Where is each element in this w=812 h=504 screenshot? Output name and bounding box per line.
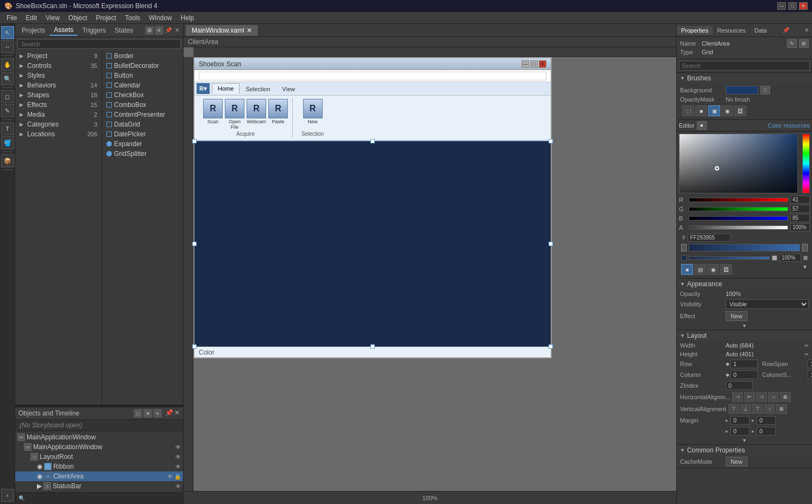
width-resize-icon[interactable]: ⇔	[804, 343, 809, 348]
ribbon-btn-new[interactable]: R New	[303, 99, 323, 124]
menu-view[interactable]: View	[41, 13, 64, 23]
name-edit-btn[interactable]: ✎	[787, 39, 797, 48]
asset-datepicker[interactable]: DatePicker	[102, 129, 183, 139]
brush-type-radial[interactable]: ◉	[721, 105, 733, 116]
background-swatch[interactable]	[726, 86, 758, 94]
tab-assets[interactable]: Assets	[49, 25, 78, 36]
brush-type-image[interactable]: 🖼	[734, 105, 746, 116]
tool-select[interactable]: ↖	[1, 26, 14, 39]
hex-input[interactable]	[688, 234, 731, 242]
tool-fill[interactable]: 🪣	[1, 136, 14, 149]
gradient-bar[interactable]	[689, 244, 800, 251]
canvas-body[interactable]	[194, 141, 551, 346]
right-search-input[interactable]	[679, 61, 810, 71]
column-arrow[interactable]: ◆	[726, 372, 729, 377]
layout-expand-btn[interactable]: ▼	[742, 438, 747, 443]
close-button[interactable]: ✕	[799, 2, 808, 10]
tab-triggers[interactable]: Triggers	[78, 26, 110, 35]
lock-icon-client-area[interactable]: 🔒	[174, 474, 181, 480]
right-tab-properties[interactable]: Properties	[677, 26, 713, 35]
opacity-color-stop-r[interactable]	[772, 255, 777, 261]
h-align-stretch[interactable]: ↔	[768, 392, 779, 402]
channel-a-bar[interactable]	[689, 225, 788, 230]
maximize-button[interactable]: □	[788, 2, 797, 10]
sel-handle-tl[interactable]	[192, 139, 197, 143]
storyboard-new-btn[interactable]: □	[134, 409, 142, 418]
tab-states[interactable]: States	[110, 26, 137, 35]
h-align-left[interactable]: ⊣	[732, 392, 743, 402]
margin-bottom-input[interactable]	[757, 427, 776, 436]
doc-tab-mainwindow[interactable]: MainWindow.xaml ✕	[186, 25, 258, 36]
category-project[interactable]: ▶ Project 9	[15, 51, 102, 61]
ribbon-tab-view[interactable]: View	[276, 84, 301, 94]
asset-border[interactable]: Border	[102, 51, 183, 61]
tool-expand-panel[interactable]: ›	[1, 489, 14, 502]
name-scope-btn[interactable]: ⊞	[799, 39, 809, 48]
image-brush-btn[interactable]: 🖼	[720, 264, 732, 275]
eye-icon-client-area[interactable]: 👁	[167, 474, 173, 480]
ribbon-btn-paste[interactable]: R Paste	[268, 99, 288, 130]
opacity-pct-input[interactable]	[779, 254, 801, 262]
sel-handle-ml[interactable]	[192, 242, 197, 246]
sel-handle-bc[interactable]	[370, 344, 375, 349]
gradient-stop-left[interactable]	[681, 244, 687, 251]
row-input[interactable]	[731, 360, 758, 368]
canvas-restore-btn[interactable]: □	[530, 60, 538, 68]
sel-handle-tr[interactable]	[549, 139, 553, 143]
tool-asset[interactable]: 📦	[1, 154, 14, 167]
ribbon-tab-selection[interactable]: Selection	[240, 84, 276, 94]
expand-editor-btn[interactable]: ▼	[802, 264, 808, 275]
minimize-button[interactable]: —	[777, 2, 786, 10]
sel-handle-tc[interactable]	[370, 139, 375, 143]
color-spectrum[interactable]	[802, 134, 810, 193]
appearance-section-header[interactable]: ▼ Appearance	[677, 279, 812, 289]
brush-type-gradient[interactable]: ▣	[708, 105, 720, 116]
right-tab-data[interactable]: Data	[750, 26, 771, 35]
linear-grad-btn[interactable]: ▤	[694, 264, 706, 275]
eye-icon-statusbar[interactable]: 👁	[175, 483, 181, 489]
margin-top-input[interactable]	[731, 427, 750, 436]
asset-button[interactable]: Button	[102, 71, 183, 80]
editor-options-btn[interactable]: ■	[697, 121, 707, 130]
close-panel-btn[interactable]: ✕	[173, 27, 181, 34]
obj-ribbon[interactable]: ◉ R Ribbon 👁	[15, 462, 183, 471]
ribbon-btn-openfile[interactable]: R OpenFile	[225, 99, 244, 130]
ribbon-r-btn[interactable]: R▾	[197, 83, 210, 94]
tab-projects[interactable]: Projects	[17, 26, 49, 35]
right-panel-pin[interactable]: 📌	[779, 27, 792, 33]
zindex-input[interactable]	[726, 381, 753, 390]
eye-icon-3[interactable]: 👁	[175, 454, 181, 460]
solid-brush-btn[interactable]: ■	[681, 264, 693, 275]
pin-objects-btn[interactable]: 📌	[165, 409, 173, 418]
menu-window[interactable]: Window	[144, 13, 177, 23]
asset-gridsplitter[interactable]: GridSplitter	[102, 149, 183, 159]
list-view-btn[interactable]: ≡	[155, 26, 163, 35]
menu-file[interactable]: File	[2, 13, 21, 23]
brushes-section-header[interactable]: ▼ Brushes	[677, 73, 812, 84]
obj-main-app-window-2[interactable]: W MainApplicationWindow 👁	[15, 442, 183, 452]
opacity-color-stop[interactable]	[681, 255, 687, 261]
radial-grad-btn[interactable]: ◉	[707, 264, 719, 275]
asset-bulletdecorator[interactable]: BulletDecorator	[102, 61, 183, 71]
sel-handle-mr[interactable]	[549, 242, 553, 246]
channel-r-input[interactable]	[790, 196, 810, 204]
tool-shape[interactable]: ◻	[1, 90, 14, 103]
ribbon-btn-webcam[interactable]: R Webcam	[247, 99, 266, 130]
sel-handle-br[interactable]	[549, 344, 553, 349]
height-resize-icon[interactable]: ⇔	[804, 351, 809, 357]
category-shapes[interactable]: ▶ Shapes 18	[15, 90, 102, 100]
v-align-stretch[interactable]: ↕	[764, 404, 775, 414]
common-properties-header[interactable]: ▼ Common Properties	[677, 445, 812, 456]
category-controls[interactable]: ▶ Controls 35	[15, 61, 102, 71]
color-picker-cursor[interactable]	[715, 166, 719, 171]
doc-tab-close[interactable]: ✕	[247, 27, 252, 34]
v-align-bottom[interactable]: ⊤	[752, 404, 763, 414]
tool-zoom[interactable]: 🔍	[1, 72, 14, 85]
visibility-select[interactable]: Visible Hidden Collapsed	[726, 299, 809, 309]
h-align-center[interactable]: ⊢	[744, 392, 755, 402]
category-locations[interactable]: ▶ Locations 206	[15, 129, 102, 139]
rowspan-input[interactable]	[808, 360, 812, 368]
category-behaviors[interactable]: ▶ Behaviors 14	[15, 80, 102, 90]
canvas-close-btn[interactable]: ✕	[539, 60, 546, 68]
category-categories[interactable]: ▶ Categories 3	[15, 119, 102, 129]
